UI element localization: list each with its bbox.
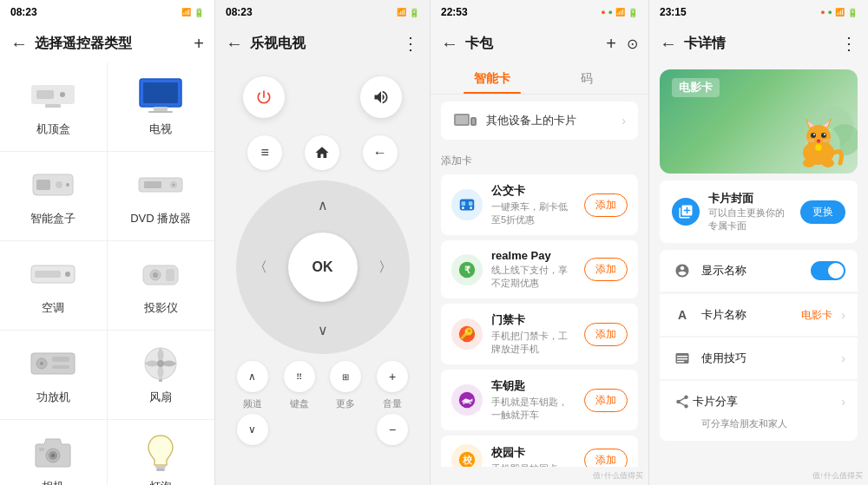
add-button-1[interactable]: + — [194, 34, 204, 54]
home-icon — [314, 145, 330, 161]
tab-smartcard[interactable]: 智能卡 — [444, 62, 540, 94]
page-title-1: 选择遥控器类型 — [35, 35, 194, 53]
svg-point-77 — [824, 134, 825, 135]
device-item-amp[interactable]: 功放机 — [0, 331, 108, 420]
more-button-2[interactable]: ⋮ — [402, 33, 419, 54]
volume-down-button[interactable]: − — [377, 414, 408, 445]
campus-icon: 校 — [451, 444, 483, 467]
svg-point-85 — [815, 144, 822, 151]
device-item-ac[interactable]: 空调 — [0, 241, 108, 331]
back-button-2[interactable]: ← — [226, 34, 243, 54]
device-label-smartbox: 智能盒子 — [30, 211, 76, 226]
add-carkey-button[interactable]: 添加 — [584, 389, 628, 412]
other-devices-row[interactable]: 其他设备上的卡片 › — [441, 102, 638, 140]
status-bar-1: 08:23 📶 🔋 — [0, 0, 214, 24]
campus-name: 校园卡 — [491, 445, 575, 461]
home-button[interactable] — [305, 135, 339, 170]
bus-card-desc: 一键乘车，刷卡低至5折优惠 — [491, 200, 575, 226]
device-item-smartbox[interactable]: 智能盒子 — [0, 152, 108, 241]
volume-text-label: 音量 — [383, 397, 402, 410]
add-realmepay-button[interactable]: 添加 — [584, 258, 628, 281]
channel-col: ∧ 频道 ∨ — [237, 361, 268, 445]
menu-button[interactable]: ≡ — [247, 135, 282, 170]
keyboard-col: ⠿ 键盘 — [284, 361, 315, 410]
list-item-carkey[interactable]: 车钥匙 手机就是车钥匙，一触就开车 添加 — [441, 370, 638, 430]
device-label-tv: 电视 — [149, 121, 172, 137]
list-item-realmepay[interactable]: ₹ realme Pay 线上线下支付，享不定期优惠 添加 — [441, 240, 638, 298]
add-access-card-button[interactable]: 添加 — [584, 323, 628, 346]
add-bus-card-button[interactable]: 添加 — [584, 193, 628, 217]
more-col: ⊞ 更多 — [330, 361, 361, 410]
card-list: 公交卡 一键乘车，刷卡低至5折优惠 添加 ₹ realme Pay 线上线下支付… — [431, 172, 648, 467]
detail-card-name[interactable]: A 卡片名称 电影卡 › — [660, 294, 858, 337]
share-chevron: › — [841, 395, 845, 409]
settings-button-3[interactable]: ⊙ — [627, 36, 638, 52]
card-name-chevron: › — [841, 308, 845, 322]
numpad-button[interactable]: ⠿ — [284, 361, 315, 392]
more-button-4[interactable]: ⋮ — [840, 33, 858, 54]
svg-rect-9 — [36, 180, 50, 190]
svg-rect-48 — [469, 201, 473, 206]
card-banner: 电影卡 — [660, 69, 858, 174]
tv-remote-panel: 08:23 📶 🔋 ← 乐视电视 ⋮ ≡ — [215, 0, 431, 485]
device-item-fan[interactable]: 风扇 — [108, 331, 215, 420]
detail-display-name[interactable]: 显示名称 — [660, 250, 858, 292]
status-icons-3: ● ● 📶 🔋 — [601, 8, 638, 17]
svg-point-56 — [463, 402, 465, 404]
tips-icon — [672, 348, 693, 369]
other-devices-section: 其他设备上的卡片 › — [441, 102, 638, 140]
realmepay-icon: ₹ — [451, 254, 483, 285]
power-button[interactable] — [243, 76, 285, 118]
svg-rect-13 — [144, 181, 161, 188]
apps-button[interactable]: ⊞ — [330, 361, 361, 392]
back-button-4[interactable]: ← — [660, 34, 677, 54]
dpad-left-button[interactable]: 〈 — [243, 250, 278, 285]
add-button-3[interactable]: + — [606, 34, 616, 54]
volume-up-button[interactable]: + — [377, 361, 408, 392]
tab-bar-3: 智能卡 码 — [431, 62, 648, 95]
back-button-3[interactable]: ← — [441, 34, 458, 54]
change-cover-button[interactable]: 更换 — [800, 200, 845, 224]
list-item-access[interactable]: 🔑 门禁卡 手机把门禁卡，工牌放进手机 添加 — [441, 304, 638, 364]
display-name-icon — [672, 260, 693, 281]
card-name-icon: A — [672, 305, 693, 325]
svg-point-18 — [65, 272, 70, 277]
page-header-1: ← 选择遥控器类型 + — [0, 24, 214, 62]
cover-section: 卡片封面 可以自主更换你的专属卡面 更换 — [660, 180, 858, 243]
device-item-projector[interactable]: 投影仪 — [108, 241, 215, 331]
dpad-down-button[interactable]: ∨ — [306, 312, 340, 347]
cover-text: 卡片封面 可以自主更换你的专属卡面 — [708, 191, 792, 233]
svg-rect-2 — [36, 90, 54, 99]
svg-rect-1 — [45, 104, 61, 108]
device-label-amp: 功放机 — [36, 390, 70, 405]
camera-icon — [32, 436, 74, 470]
device-item-tv[interactable]: 电视 — [108, 62, 215, 152]
device-item-bulb[interactable]: 灯泡 — [108, 420, 215, 485]
display-name-toggle[interactable] — [811, 261, 845, 280]
channel-down-button[interactable]: ∨ — [237, 414, 268, 445]
card-banner-title: 电影卡 — [672, 78, 720, 97]
svg-point-76 — [813, 134, 815, 135]
device-item-dvd[interactable]: DVD 播放器 — [108, 152, 215, 241]
ok-button[interactable]: OK — [288, 233, 358, 302]
share-subtitle: 可分享给朋友和家人 — [672, 417, 787, 430]
volume-button[interactable] — [360, 76, 402, 118]
dpad-right-button[interactable]: 〉 — [368, 250, 403, 285]
detail-share[interactable]: 卡片分享 › 可分享给朋友和家人 — [660, 381, 858, 441]
device-item-camera[interactable]: 相机 — [0, 420, 108, 485]
channel-up-button[interactable]: ∧ — [237, 361, 268, 392]
back-button-1[interactable]: ← — [10, 34, 28, 54]
power-icon — [255, 88, 273, 106]
more-label: 更多 — [336, 397, 355, 410]
time-1: 08:23 — [10, 6, 37, 18]
detail-tips[interactable]: 使用技巧 › — [660, 338, 858, 380]
back-button-remote[interactable]: ← — [363, 135, 398, 170]
page-header-4: ← 卡详情 ⋮ — [649, 24, 868, 62]
add-campus-button[interactable]: 添加 — [584, 449, 628, 468]
dpad-up-button[interactable]: ∧ — [306, 187, 340, 222]
svg-rect-36 — [156, 469, 165, 471]
list-item-bus[interactable]: 公交卡 一键乘车，刷卡低至5折优惠 添加 — [441, 174, 638, 235]
list-item-campus[interactable]: 校 校园卡 手机即是校园卡 添加 — [441, 436, 638, 467]
tab-code[interactable]: 码 — [540, 62, 635, 94]
device-item-settop[interactable]: 机顶盒 — [0, 62, 108, 152]
